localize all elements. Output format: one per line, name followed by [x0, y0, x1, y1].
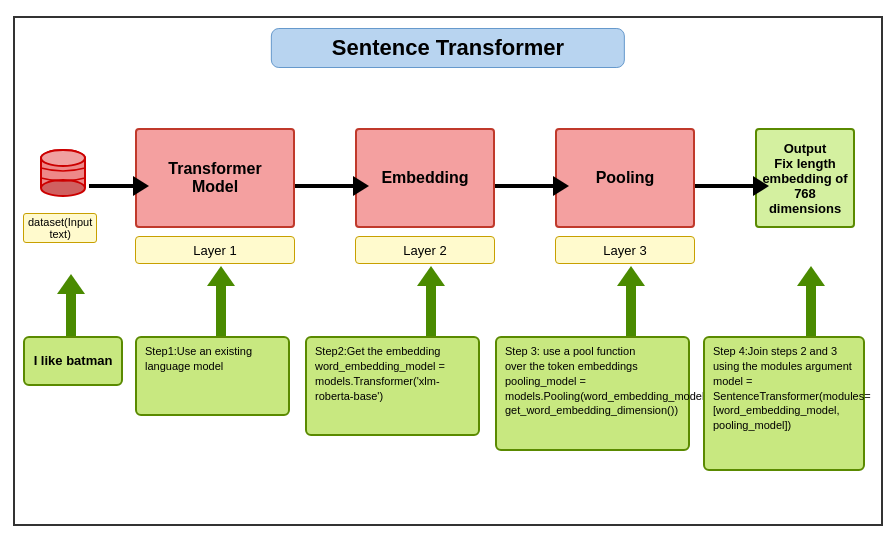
pooling-box: Pooling	[555, 128, 695, 228]
layer1-box: Layer 1	[135, 236, 295, 264]
svg-point-3	[41, 150, 85, 166]
svg-point-2	[41, 180, 85, 196]
bottom-box-0: I like batman	[23, 336, 123, 386]
dataset-label: dataset(Inputtext)	[23, 213, 97, 243]
bottom-box-2: Step2:Get the embeddingword_embedding_mo…	[305, 336, 480, 436]
arrow-embedding-pooling	[495, 176, 569, 196]
layer2-box: Layer 2	[355, 236, 495, 264]
database-icon	[37, 148, 89, 208]
bottom-box-4: Step 4:Join steps 2 and 3using the modul…	[703, 336, 865, 471]
layer3-box: Layer 3	[555, 236, 695, 264]
bottom-box-3: Step 3: use a pool functionover the toke…	[495, 336, 690, 451]
embedding-box: Embedding	[355, 128, 495, 228]
main-diagram: Sentence Transformer dataset(Inputtext) …	[13, 16, 883, 526]
title: Sentence Transformer	[271, 28, 625, 68]
output-box: OutputFix lengthembedding of768 dimensio…	[755, 128, 855, 228]
arrow-transformer-embedding	[295, 176, 369, 196]
arrow-db-transformer	[89, 176, 149, 196]
arrow-pooling-output	[695, 176, 769, 196]
bottom-box-1: Step1:Use an existinglanguage model	[135, 336, 290, 416]
transformer-box: TransformerModel	[135, 128, 295, 228]
